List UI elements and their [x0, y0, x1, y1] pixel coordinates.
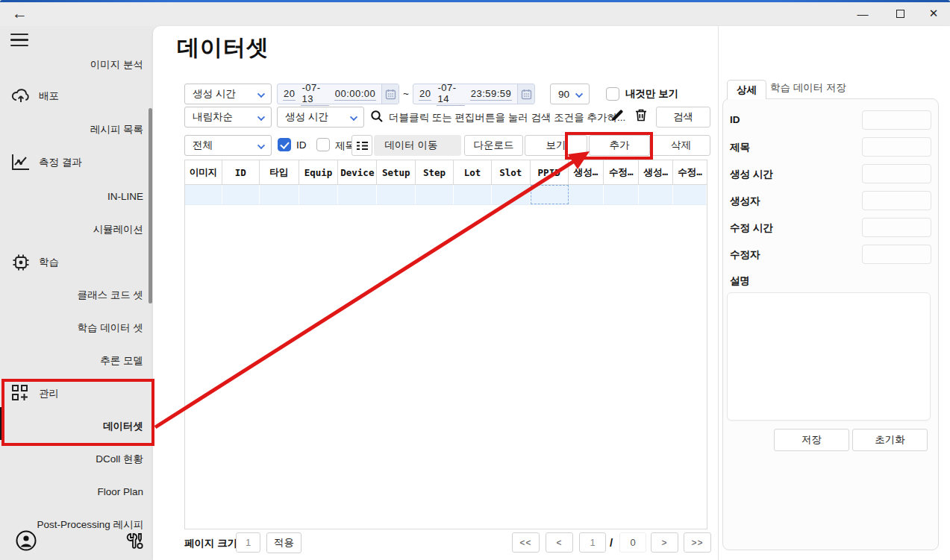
column-header[interactable]: PPID	[531, 160, 569, 184]
days-select[interactable]: 90	[550, 84, 590, 104]
table-cell[interactable]	[222, 185, 260, 204]
table-cell[interactable]	[338, 185, 377, 204]
table-cell[interactable]	[260, 185, 299, 204]
column-header[interactable]: Lot	[454, 160, 492, 184]
chevron-down-icon	[350, 113, 357, 121]
date-from-input[interactable]: 20 -07-13 00:00:00	[277, 84, 399, 104]
date-from-time[interactable]: 00:00:00	[334, 88, 377, 101]
page-size-input[interactable]: 1	[236, 532, 260, 553]
search-button[interactable]: 검색	[656, 107, 710, 128]
scope-select[interactable]: 전체	[184, 135, 272, 156]
table-cell[interactable]	[454, 185, 492, 204]
table-cell[interactable]	[673, 185, 707, 204]
field-input-수정자[interactable]	[862, 245, 931, 264]
column-header[interactable]: 생성…	[569, 160, 604, 184]
search-condition-hint[interactable]: 더블클릭 또는 편집버튼을 눌러 검색 조건을 추가하...	[389, 111, 625, 125]
table-row[interactable]	[185, 185, 707, 205]
date-to-input[interactable]: 20 -07-14 23:59:59	[413, 84, 535, 104]
sidebar-item-학습[interactable]: 학습	[39, 254, 59, 271]
table-cell[interactable]	[377, 185, 416, 204]
table-cell[interactable]	[531, 185, 569, 204]
sidebar-item-배포[interactable]: 배포	[39, 88, 59, 104]
column-header[interactable]: Equip	[299, 160, 339, 184]
minimize-icon[interactable]: —	[851, 4, 874, 23]
date-from-monthday[interactable]: -07-13	[301, 82, 328, 106]
prev-page-button[interactable]: <	[546, 532, 573, 553]
field-input-제목[interactable]	[862, 137, 931, 157]
table-cell[interactable]	[604, 185, 639, 204]
next-page-button[interactable]: >	[651, 532, 678, 553]
tools-icon[interactable]	[125, 532, 145, 551]
sort-field-select[interactable]: 생성 시간	[277, 107, 364, 128]
sort-field-value: 생성 시간	[285, 110, 328, 124]
id-checkbox[interactable]	[278, 138, 291, 151]
column-header[interactable]: 타입	[260, 160, 299, 184]
current-page-input[interactable]: 1	[579, 532, 606, 553]
maximize-icon[interactable]	[889, 4, 911, 23]
field-label-id: ID	[730, 114, 740, 125]
sidebar-item-레시피-목록[interactable]: 레시피 목록	[90, 122, 143, 138]
menu-icon[interactable]	[10, 34, 28, 46]
sidebar-item-in-line[interactable]: IN-LINE	[107, 189, 143, 205]
sidebar-scrollbar[interactable]	[149, 108, 152, 303]
last-page-button[interactable]: >>	[684, 532, 711, 553]
column-header[interactable]: Setup	[377, 160, 416, 184]
column-header[interactable]: Step	[416, 160, 454, 184]
sidebar-item-이미지-분석[interactable]: 이미지 분석	[90, 57, 143, 73]
column-header[interactable]: ID	[222, 160, 260, 184]
field-label-생성자: 생성자	[730, 195, 760, 208]
description-textarea[interactable]	[727, 292, 931, 421]
save-button[interactable]: 저장	[774, 429, 849, 451]
first-page-button[interactable]: <<	[512, 532, 540, 553]
date-to-time[interactable]: 23:59:59	[470, 88, 513, 101]
column-header[interactable]: Device	[338, 160, 377, 184]
user-icon[interactable]	[15, 529, 37, 552]
only-mine-label: 내것만 보기	[625, 87, 678, 101]
close-icon[interactable]: ✕	[922, 4, 945, 23]
column-header[interactable]: 수정…	[673, 160, 707, 184]
reset-button[interactable]: 초기화	[852, 429, 928, 451]
sidebar-item-측정-결과[interactable]: 측정 결과	[39, 154, 82, 171]
sidebar-item-학습-데이터-셋[interactable]: 학습 데이터 셋	[77, 320, 143, 336]
calendar-icon[interactable]	[517, 84, 534, 104]
edit-pencil-icon[interactable]	[610, 109, 624, 122]
table-cell[interactable]	[639, 185, 673, 204]
back-button[interactable]: ←	[12, 4, 33, 23]
tab-detail[interactable]: 상세	[727, 80, 766, 99]
table-cell[interactable]	[185, 185, 222, 204]
column-header[interactable]: 이미지	[185, 160, 222, 184]
trash-icon[interactable]	[634, 108, 648, 122]
field-input-생성자[interactable]	[862, 191, 931, 210]
table-cell[interactable]	[569, 185, 604, 204]
move-data-button[interactable]: 데이터 이동	[374, 135, 461, 156]
field-input-수정-시간[interactable]	[862, 218, 931, 237]
calendar-icon[interactable]	[381, 84, 399, 104]
download-button[interactable]: 다운로드	[464, 135, 523, 156]
date-to-year[interactable]: 20	[419, 88, 431, 101]
field-input-생성-시간[interactable]	[862, 164, 931, 183]
filter-field-select[interactable]: 생성 시간	[184, 84, 272, 104]
table-cell[interactable]	[416, 185, 454, 204]
apply-button[interactable]: 적용	[266, 532, 301, 553]
column-header[interactable]: 생성…	[639, 160, 673, 184]
field-label-생성-시간: 생성 시간	[730, 168, 773, 181]
sidebar-item-시뮬레이션[interactable]: 시뮬레이션	[93, 221, 144, 238]
date-from-year[interactable]: 20	[283, 88, 296, 101]
date-to-monthday[interactable]: -07-14	[437, 82, 464, 106]
sidebar-item-추론-모델[interactable]: 추론 모델	[100, 353, 143, 369]
tab-training-data-save[interactable]: 학습 데이터 저장	[770, 81, 846, 95]
field-input-id[interactable]	[862, 110, 931, 130]
sidebar-item-floor-plan[interactable]: Floor Plan	[97, 484, 143, 500]
sort-order-select[interactable]: 내림차순	[184, 107, 272, 128]
column-header[interactable]: Slot	[492, 160, 531, 184]
column-settings-icon[interactable]	[351, 135, 372, 156]
title-checkbox[interactable]	[316, 138, 330, 151]
table-cell[interactable]	[299, 185, 339, 204]
sidebar-item-post-processing-레시피[interactable]: Post-Processing 레시피	[37, 517, 143, 533]
delete-button[interactable]: 삭제	[651, 135, 710, 156]
column-header[interactable]: 수정…	[604, 160, 639, 184]
only-mine-checkbox[interactable]	[606, 87, 619, 101]
sidebar-item-dcoll-현황[interactable]: DColl 현황	[96, 451, 143, 468]
sidebar-item-클래스-코드-셋[interactable]: 클래스 코드 셋	[77, 287, 143, 303]
table-cell[interactable]	[492, 185, 531, 204]
